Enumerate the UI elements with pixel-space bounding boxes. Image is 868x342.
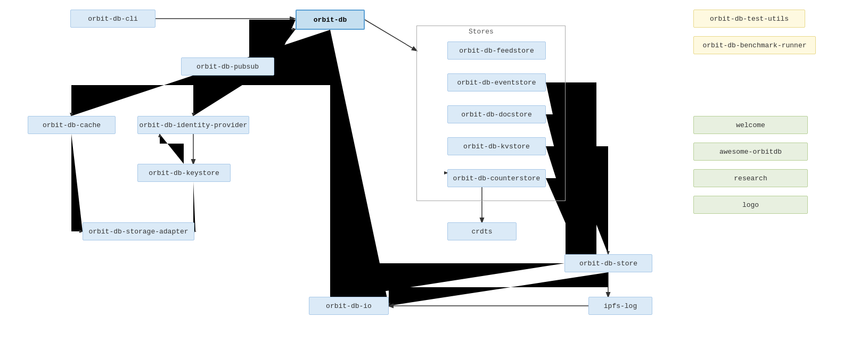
- node-orbit-db-kvstore[interactable]: orbit-db-kvstore: [447, 137, 546, 155]
- node-research[interactable]: research: [693, 169, 808, 187]
- node-crdts[interactable]: crdts: [447, 222, 517, 240]
- stores-label: Stores: [469, 28, 494, 36]
- node-orbit-db-io[interactable]: orbit-db-io: [309, 297, 389, 315]
- diagram-container: Stores orbit-db-cli orbit-db orbit-db-pu…: [0, 0, 868, 342]
- svg-line-1: [365, 20, 416, 51]
- node-awesome-orbitdb[interactable]: awesome-orbitdb: [693, 143, 808, 161]
- node-ipfs-log[interactable]: ipfs-log: [588, 297, 652, 315]
- node-orbit-db-storage-adapter[interactable]: orbit-db-storage-adapter: [83, 222, 194, 240]
- node-orbit-db-keystore[interactable]: orbit-db-keystore: [137, 164, 231, 182]
- node-orbit-db-feedstore[interactable]: orbit-db-feedstore: [447, 41, 546, 60]
- node-orbit-db-test-utils[interactable]: orbit-db-test-utils: [693, 10, 805, 28]
- node-orbit-db-benchmark-runner[interactable]: orbit-db-benchmark-runner: [693, 36, 816, 54]
- node-orbit-db-counterstore[interactable]: orbit-db-counterstore: [447, 169, 546, 187]
- node-welcome[interactable]: welcome: [693, 116, 808, 134]
- node-orbit-db-eventstore[interactable]: orbit-db-eventstore: [447, 73, 546, 91]
- node-logo[interactable]: logo: [693, 196, 808, 214]
- node-orbit-db-pubsub[interactable]: orbit-db-pubsub: [181, 57, 274, 76]
- node-orbit-db[interactable]: orbit-db: [296, 10, 365, 30]
- node-orbit-db-docstore[interactable]: orbit-db-docstore: [447, 105, 546, 123]
- node-orbit-db-store[interactable]: orbit-db-store: [564, 254, 652, 272]
- node-orbit-db-identity-provider[interactable]: orbit-db-identity-provider: [137, 116, 249, 134]
- node-orbit-db-cli[interactable]: orbit-db-cli: [70, 10, 155, 28]
- node-orbit-db-cache[interactable]: orbit-db-cache: [28, 116, 116, 134]
